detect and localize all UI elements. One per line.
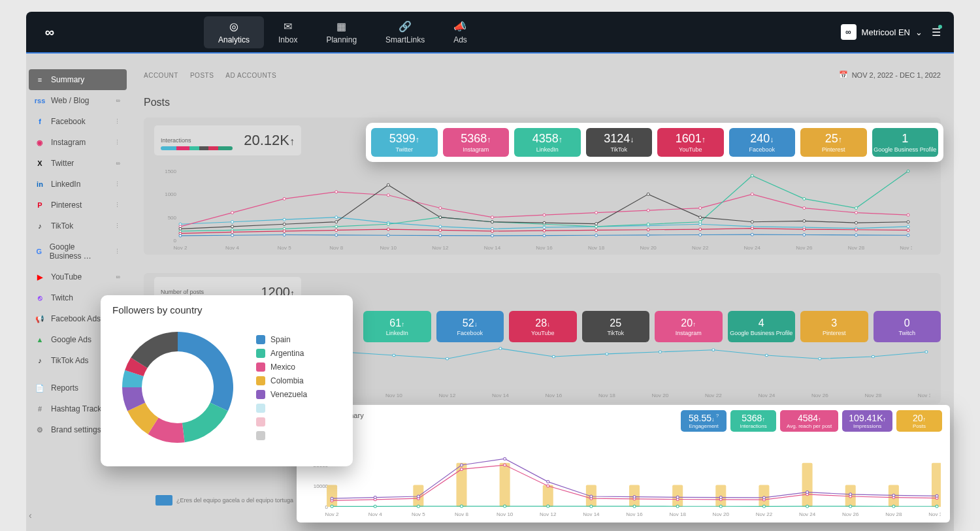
svg-point-83 — [387, 234, 389, 236]
post-preview-row[interactable]: ¿Eres del equipo gacela o del equipo tor… — [155, 495, 293, 506]
sidebar-item-summary[interactable]: ≡Summary — [29, 69, 127, 90]
brand-selector[interactable]: ∞ Metricool EN ⌄ — [841, 24, 923, 40]
svg-point-82 — [335, 234, 338, 236]
svg-text:Nov 28: Nov 28 — [848, 245, 865, 251]
metric-card-youtube[interactable]: 28↓YouTube — [509, 311, 577, 342]
sidebar-item-instagram[interactable]: ◉Instagram⋮ — [29, 132, 127, 153]
subtab-posts[interactable]: POSTS — [190, 72, 214, 79]
svg-point-160 — [460, 468, 463, 470]
sidebar-item-tiktok[interactable]: ♪TikTok⋮ — [29, 216, 127, 236]
svg-point-61 — [803, 219, 806, 222]
legend-item — [256, 431, 307, 440]
planning-icon: ▦ — [336, 20, 346, 33]
svg-point-175 — [460, 464, 463, 466]
svg-point-9 — [439, 225, 442, 228]
metric-card-twitch[interactable]: 0Twitch — [874, 311, 941, 342]
svg-point-60 — [751, 221, 753, 223]
svg-point-27 — [595, 212, 598, 214]
sidebar-label: Brand settings — [51, 425, 101, 434]
logo-icon[interactable]: ∞ — [39, 22, 60, 42]
sidebar-item-pinterest[interactable]: PPinterest⋮ — [29, 195, 127, 216]
nav-tab-smartlinks[interactable]: 🔗SmartLinks — [371, 16, 439, 48]
legend-item: Mexico — [256, 362, 307, 372]
sidebar-item-twitter[interactable]: XTwitter∞ — [29, 153, 127, 174]
metric-card-pinterest[interactable]: 3Pinterest — [800, 311, 868, 342]
metric-card-google-business-profile[interactable]: 4Google Business Profile — [728, 311, 796, 342]
svg-point-185 — [892, 494, 895, 496]
organic-summary-popup: Organic Summary 58.55↓ ?Engagement5368↑I… — [297, 405, 950, 523]
svg-point-174 — [417, 495, 419, 498]
card-value: 58.55↓ ? — [689, 413, 719, 423]
svg-text:Nov 26: Nov 26 — [811, 393, 828, 398]
posts-cards-row: 61↑LinkedIn52↓Facebook28↓YouTube25TikTok… — [363, 311, 941, 342]
svg-rect-146 — [500, 463, 510, 507]
svg-point-5 — [231, 221, 234, 223]
svg-text:Nov 10: Nov 10 — [385, 393, 402, 398]
organic-card-posts[interactable]: 20↑Posts — [896, 410, 942, 432]
svg-point-116 — [552, 355, 555, 358]
legend-swatch — [256, 376, 265, 385]
section-title: Posts — [144, 97, 170, 108]
card-label: Twitter — [395, 146, 413, 153]
metric-card-google-business-profile[interactable]: 1Google Business Profile — [872, 128, 939, 157]
nav-tab-inbox[interactable]: ✉Inbox — [264, 16, 312, 48]
organic-card-interactions[interactable]: 5368↑Interactions — [730, 410, 776, 432]
metric-card-pinterest[interactable]: 25↑Pinterest — [800, 128, 867, 157]
interactions-summary[interactable]: Interactions 20.12K↑ — [154, 125, 301, 155]
svg-point-192 — [547, 505, 549, 507]
collapse-sidebar-button[interactable]: ‹ — [29, 510, 32, 521]
svg-point-11 — [543, 226, 546, 229]
svg-point-90 — [751, 233, 753, 236]
svg-point-93 — [907, 234, 909, 236]
nav-tabs: ◎Analytics✉Inbox▦Planning🔗SmartLinks📣Ads — [204, 16, 482, 48]
sidebar-item-facebook[interactable]: fFacebook⋮ — [29, 111, 127, 132]
metric-card-twitter[interactable]: 5399↑Twitter — [371, 128, 438, 157]
svg-point-81 — [283, 234, 286, 236]
nav-tab-planning[interactable]: ▦Planning — [312, 16, 371, 48]
metric-card-instagram[interactable]: 20↑Instagram — [655, 311, 723, 342]
organic-card-engagement[interactable]: 58.55↓ ?Engagement — [681, 410, 727, 432]
card-value: 5399↑ — [389, 132, 419, 146]
nav-tab-label: Planning — [326, 35, 357, 44]
sidebar-item-google-business-[interactable]: GGoogle Business …⋮ — [29, 236, 127, 266]
card-label: Google Business Profile — [874, 146, 936, 153]
metric-card-tiktok[interactable]: 3124↓TikTok — [586, 128, 653, 157]
nav-tab-label: SmartLinks — [385, 35, 425, 44]
svg-point-48 — [907, 170, 909, 172]
legend-label: Venezuela — [270, 390, 307, 399]
interactions-line-chart: 050010001500Nov 2Nov 4Nov 5Nov 8Nov 10No… — [154, 167, 912, 252]
svg-point-42 — [595, 225, 598, 228]
date-range-picker[interactable]: 📅 NOV 2, 2022 - DEC 1, 2022 — [839, 71, 941, 79]
nav-tab-analytics[interactable]: ◎Analytics — [204, 16, 264, 48]
svg-point-56 — [543, 221, 546, 224]
subtab-ad-accounts[interactable]: AD ACCOUNTS — [225, 72, 276, 79]
sidebar-item-linkedin[interactable]: inLinkedIn⋮ — [29, 174, 127, 195]
metric-card-youtube[interactable]: 1601↑YouTube — [657, 128, 724, 157]
sidebar-label: LinkedIn — [51, 180, 80, 189]
metric-card-linkedin[interactable]: 4358↑LinkedIn — [514, 128, 581, 157]
metric-card-facebook[interactable]: 52↓Facebook — [436, 311, 504, 342]
svg-point-186 — [936, 494, 938, 497]
svg-text:Nov 10: Nov 10 — [497, 511, 514, 517]
metric-card-linkedin[interactable]: 61↑LinkedIn — [363, 311, 431, 342]
card-value: 5368↑ — [742, 413, 765, 423]
legend-swatch — [256, 362, 265, 372]
sidebar-item-web-blog[interactable]: rssWeb / Blog∞ — [29, 90, 127, 111]
svg-point-195 — [676, 505, 679, 507]
metric-card-tiktok[interactable]: 25TikTok — [582, 311, 650, 342]
svg-point-200 — [892, 505, 895, 507]
svg-text:Nov 22: Nov 22 — [692, 245, 709, 251]
subtab-account[interactable]: ACCOUNT — [144, 72, 178, 79]
svg-text:Nov 4: Nov 4 — [368, 511, 382, 517]
metric-card-instagram[interactable]: 5368↑Instagram — [443, 128, 510, 157]
notifications-icon[interactable]: ☰ — [932, 26, 941, 39]
sidebar-item-youtube[interactable]: ▶YouTube∞ — [29, 266, 127, 287]
metric-card-facebook[interactable]: 240↓Facebook — [729, 128, 796, 157]
svg-point-57 — [595, 223, 598, 225]
nav-tab-ads[interactable]: 📣Ads — [439, 16, 482, 48]
organic-card-impressions[interactable]: 109.41K↑Impressions — [842, 410, 892, 432]
svg-text:Nov 5: Nov 5 — [412, 511, 425, 517]
svg-point-31 — [803, 207, 806, 210]
organic-card-avg-reach-per-post[interactable]: 4584↑Avg. reach per post — [780, 410, 838, 432]
subtabs: ACCOUNTPOSTSAD ACCOUNTS — [144, 72, 276, 79]
